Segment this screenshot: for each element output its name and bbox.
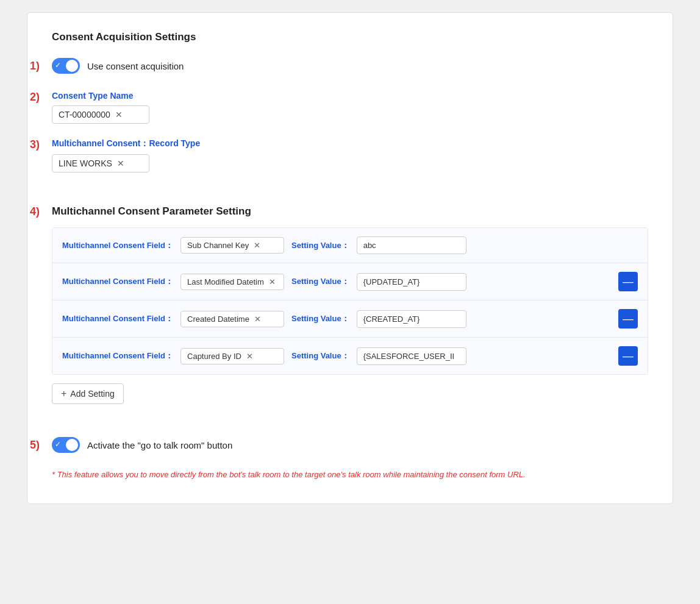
plus-icon: + (61, 388, 66, 399)
param-field-label-2: Multichannel Consent Field： (62, 313, 173, 324)
consent-type-name-label: Consent Type Name (52, 91, 648, 101)
param-field-tag-3[interactable]: Captured By ID ✕ (180, 348, 284, 364)
param-field-value-1: Last Modified Datetim (187, 277, 264, 286)
setting-value-input-1[interactable] (357, 273, 466, 291)
activate-talk-room-row: 5) ✓ Activate the "go to talk room" butt… (52, 437, 648, 453)
add-setting-button[interactable]: + Add Setting (52, 383, 124, 404)
param-field-label-1: Multichannel Consent Field： (62, 276, 173, 287)
consent-type-name-value: CT-00000000 (59, 110, 110, 119)
step4-number: 4) (30, 205, 40, 218)
param-field-close-3[interactable]: ✕ (246, 352, 253, 361)
minus-button-1[interactable]: — (618, 272, 638, 291)
record-type-close-icon[interactable]: ✕ (117, 158, 124, 168)
param-row: Multichannel Consent Field： Captured By … (52, 338, 648, 374)
record-type-value: LINE WORKS (59, 158, 112, 168)
param-field-label-3: Multichannel Consent Field： (62, 350, 173, 361)
page-title: Consent Acquisition Settings (52, 31, 648, 43)
setting-value-input-2[interactable] (357, 310, 466, 328)
setting-value-input-0[interactable] (357, 236, 466, 254)
talk-room-note: * This feature allows you to move direct… (52, 470, 648, 479)
record-type-section: 3) Multichannel Consent：Record Type LINE… (52, 138, 648, 172)
param-setting-label-0: Setting Value： (291, 240, 349, 251)
step5-number: 5) (30, 439, 40, 452)
param-field-close-0[interactable]: ✕ (254, 241, 260, 250)
param-setting-label-1: Setting Value： (291, 276, 349, 287)
param-field-value-0: Sub Channel Key (187, 241, 249, 250)
use-consent-label: Use consent acquisition (87, 61, 184, 71)
consent-type-name-close-icon[interactable]: ✕ (115, 110, 123, 119)
param-field-value-2: Created Datetime (187, 314, 249, 324)
setting-value-input-3[interactable] (357, 347, 466, 365)
use-consent-toggle[interactable]: ✓ (52, 58, 80, 74)
activate-talk-room-toggle[interactable]: ✓ (52, 437, 80, 453)
param-section-title: Multichannel Consent Parameter Setting (52, 205, 648, 218)
param-setting-section: 4) Multichannel Consent Parameter Settin… (52, 205, 648, 404)
record-type-tag[interactable]: LINE WORKS ✕ (52, 154, 149, 172)
param-setting-label-2: Setting Value： (291, 313, 349, 324)
check-icon-5: ✓ (55, 440, 61, 449)
param-row: Multichannel Consent Field： Created Date… (52, 300, 648, 338)
minus-button-2[interactable]: — (618, 309, 638, 329)
check-icon: ✓ (55, 61, 61, 69)
param-row: Multichannel Consent Field： Last Modifie… (52, 263, 648, 300)
add-setting-label: Add Setting (70, 389, 114, 399)
param-setting-label-3: Setting Value： (291, 350, 349, 361)
param-field-close-2[interactable]: ✕ (254, 314, 261, 324)
minus-button-3[interactable]: — (618, 346, 638, 366)
step3-number: 3) (30, 138, 40, 151)
activate-talk-room-label: Activate the "go to talk room" button (87, 440, 232, 450)
param-field-tag-0[interactable]: Sub Channel Key ✕ (180, 237, 284, 254)
param-row: Multichannel Consent Field： Sub Channel … (52, 228, 648, 263)
consent-type-name-section: 2) Consent Type Name CT-00000000 ✕ (52, 91, 648, 124)
consent-type-name-tag[interactable]: CT-00000000 ✕ (52, 105, 149, 124)
step2-number: 2) (30, 91, 40, 104)
record-type-label: Multichannel Consent：Record Type (52, 138, 648, 149)
param-rows-container: Multichannel Consent Field： Sub Channel … (52, 227, 648, 375)
param-field-tag-1[interactable]: Last Modified Datetim ✕ (180, 274, 284, 290)
settings-panel: Consent Acquisition Settings 1) ✓ Use co… (27, 12, 673, 504)
step1-number: 1) (30, 60, 40, 73)
param-field-close-1[interactable]: ✕ (269, 277, 276, 286)
use-consent-acquisition-row: 1) ✓ Use consent acquisition (52, 58, 648, 74)
param-field-label-0: Multichannel Consent Field： (62, 240, 173, 251)
param-field-tag-2[interactable]: Created Datetime ✕ (180, 311, 284, 327)
param-field-value-3: Captured By ID (187, 352, 241, 361)
